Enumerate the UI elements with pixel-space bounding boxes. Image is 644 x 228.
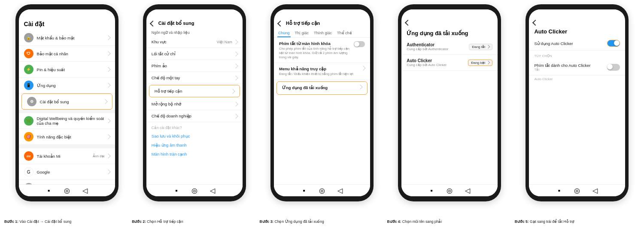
settings-item-apps[interactable]: 📱 Ứng dụng (19, 78, 115, 93)
mi-badge: Ảnh đại (93, 154, 104, 158)
phone-3-container: Hỗ trợ tiếp cận Chung Thị giác Thính giá… (259, 4, 384, 201)
label: Bảo mật cá nhân (37, 51, 106, 56)
title: Ứng dụng đã tải xuống (282, 85, 358, 90)
nav-home[interactable]: ◎ (574, 188, 580, 194)
chevron-icon (230, 89, 235, 93)
nav-home[interactable]: ◎ (191, 188, 197, 194)
phone-3-notch (318, 4, 326, 7)
settings-item-security[interactable]: 🛡 Bảo mật cá nhân (19, 46, 115, 62)
settings-item-pin[interactable]: ⚡ Pin & hiệu suất (19, 62, 115, 78)
settings-item-account[interactable]: 👤 Tài khoản & đồng bộ (19, 180, 115, 184)
menu-item-che-do[interactable]: Chế độ một tay (146, 72, 243, 84)
menu-item-loi-tat[interactable]: Lối tắt cử chỉ (146, 48, 243, 60)
security-icon: 🛡 (24, 49, 33, 58)
nav-square[interactable]: ▪ (556, 188, 562, 194)
screen3-title: Hỗ trợ tiếp cận (286, 21, 320, 26)
nav-back[interactable]: ◁ (465, 188, 471, 194)
toggle-phim-tat[interactable] (354, 41, 365, 47)
nav-back[interactable]: ◁ (82, 188, 88, 194)
nav-square[interactable]: ▪ (301, 188, 307, 194)
nav-home[interactable]: ◎ (447, 188, 453, 194)
status-autoclicker[interactable]: Đang bật (468, 60, 492, 66)
chevron-icon (103, 99, 107, 104)
menu-item-doanh-nghiep[interactable]: Chế độ doanh nghiệp (146, 110, 243, 122)
nav-back[interactable]: ◁ (337, 188, 343, 194)
menu-item-phim-ao[interactable]: Phím ảo (146, 60, 243, 72)
menu-item-ho-tro[interactable]: Hỗ trợ tiếp cận (149, 85, 240, 97)
settings-item-password[interactable]: 🔒 Mật khẩu & bảo mật (19, 30, 115, 46)
title: Phím tắt từ màn hình khóa (279, 41, 354, 46)
settings-text: Mật khẩu & bảo mật (37, 36, 106, 40)
settings-text: Pin & hiệu suất (37, 67, 106, 72)
nav-home[interactable]: ◎ (319, 188, 325, 194)
additional-icon: ⚙ (27, 97, 36, 106)
link-man-hinh[interactable]: Màn hình tràn cạnh (146, 150, 243, 159)
label: Hỗ trợ tiếp cận (155, 89, 231, 93)
chevron-icon (106, 83, 110, 87)
chevron-icon (233, 39, 238, 44)
caption-5: Bước 5: Gạt sang trái để tắt Hỗ trợ (515, 219, 640, 224)
chevron-icon (486, 61, 490, 64)
tab-chung[interactable]: Chung (277, 30, 291, 37)
link-sao-luu[interactable]: Sao lưu và khôi phục (146, 132, 243, 141)
phone-1-frame: Cài đặt 🔒 Mật khẩu & bảo mật 🛡 Bảo mật c… (15, 4, 118, 201)
toggle-auto-clicker[interactable] (607, 40, 620, 47)
settings-item-wellbeing[interactable]: 🌿 Digital Wellbeing và quyền kiểm soát c… (19, 113, 115, 129)
link-hieu-ung[interactable]: Hiệu ứng âm thanh (146, 141, 243, 150)
settings-item-special[interactable]: 🎯 Tính năng đặc biệt (19, 129, 115, 145)
menu-item-mo-rong[interactable]: Mở rộng bộ nhớ (146, 98, 243, 110)
screen3-phim-tat[interactable]: Phím tắt từ màn hình khóa Cho phép phím … (274, 38, 370, 63)
settings-text: Google (37, 170, 106, 174)
divider-1 (19, 110, 115, 113)
settings-item-additional[interactable]: ⚙ Cài đặt bổ sung (21, 93, 112, 110)
tab-thi-giac[interactable]: Thị giác (294, 30, 310, 37)
nav-square[interactable]: ▪ (46, 188, 52, 194)
screen5-nav (529, 17, 625, 27)
chevron-icon (361, 66, 365, 71)
phone-5-screen: Auto Clicker Sử dụng Auto Clicker TÙY CH… (529, 9, 625, 196)
status-bar-3 (274, 9, 370, 17)
screen5-main-row: Sử dụng Auto Clicker (529, 36, 625, 51)
screen3-menu-kha-nang[interactable]: Menu khả năng truy cập Đang tắt / Điều k… (274, 63, 370, 80)
phone-3-frame: Hỗ trợ tiếp cận Chung Thị giác Thính giá… (270, 4, 374, 201)
nav-back[interactable]: ◁ (592, 188, 598, 194)
settings-text: Tài khoản Mi (37, 154, 93, 159)
tab-thinh-giac[interactable]: Thính giác (313, 30, 333, 37)
chevron-icon (106, 118, 110, 123)
status-text: Đang tắt (472, 45, 485, 49)
caption-3: Bước 3: Chọn Ứng dụng đã tải xuống (259, 219, 384, 224)
settings-item-mi[interactable]: mi Tài khoản Mi Ảnh đại (19, 148, 115, 164)
nav-square[interactable]: ▪ (173, 188, 179, 194)
screen4-nav (401, 17, 498, 27)
back-arrow-icon[interactable] (405, 20, 411, 26)
provider: Cung cấp bởi Authenticator (407, 47, 469, 51)
label: Chế độ doanh nghiệp (152, 114, 234, 118)
menu-item-khu-vuc[interactable]: Khu vực Việt Nam (146, 36, 243, 48)
tabs-row: Chung Thị giác Thính giác Thể chế (274, 28, 370, 38)
caption-2: Bước 2: Chọn Hỗ trợ tiếp cận (132, 219, 257, 224)
nav-back[interactable]: ◁ (210, 188, 216, 194)
toggle-phim-tat-option[interactable] (607, 64, 620, 71)
tab-the-che[interactable]: Thể chế (336, 30, 353, 37)
nav-bar-3: ▪ ◎ ◁ (274, 184, 370, 196)
nav-square[interactable]: ▪ (428, 188, 434, 194)
app-item-autoclicker[interactable]: Auto Clicker Cung cấp bởi Auto Clicker Đ… (401, 55, 498, 71)
can-cai-dat-section: Cần cài đặt khác? (146, 122, 243, 132)
app-item-authenticator[interactable]: Authenticator Cung cấp bởi Authenticator… (401, 39, 498, 55)
nav-home[interactable]: ◎ (64, 188, 70, 194)
special-icon: 🎯 (24, 132, 33, 141)
back-arrow-icon[interactable] (277, 20, 283, 26)
chevron-icon (106, 169, 110, 174)
screen2-title: Cài đặt bổ sung (158, 21, 194, 26)
chevron-icon (233, 102, 238, 106)
back-arrow-icon[interactable] (150, 20, 156, 26)
status-authenticator[interactable]: Đang tắt (469, 44, 492, 50)
value: Việt Nam (217, 40, 232, 44)
back-arrow-icon[interactable] (532, 20, 538, 26)
caption-1: Bước 1: Vào Cài đặt → Cài đặt bổ sung (4, 219, 129, 224)
settings-item-google[interactable]: G Google (19, 164, 115, 180)
chevron-icon (233, 63, 238, 68)
phone-5-notch (573, 4, 581, 7)
screen3-ung-dung[interactable]: Ứng dụng đã tải xuống (276, 81, 368, 95)
status-bar-2 (146, 9, 243, 17)
